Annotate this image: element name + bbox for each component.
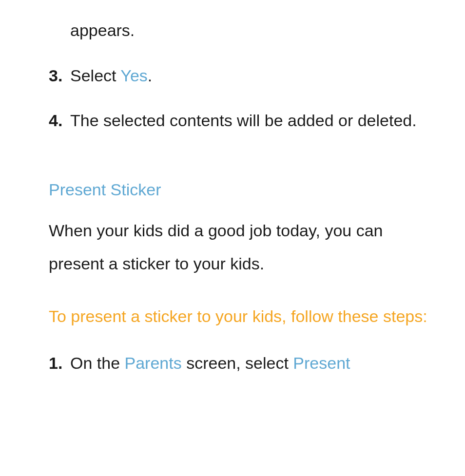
- instruction-lead: To present a sticker to your kids, follo…: [49, 300, 436, 333]
- step-text: The selected contents will be added or d…: [70, 105, 436, 136]
- ordered-step-3: 3. Select Yes.: [49, 60, 436, 92]
- step-number: 1.: [49, 347, 65, 379]
- step-text: Select Yes.: [70, 60, 436, 92]
- section-heading: Present Sticker: [49, 180, 436, 199]
- section-body: When your kids did a good job today, you…: [49, 214, 436, 280]
- step-number: 3.: [49, 60, 65, 92]
- text-prefix: Select: [70, 66, 120, 85]
- step-text: On the Parents screen, select Present: [70, 347, 436, 379]
- ordered-step-4: 4. The selected contents will be added o…: [49, 105, 436, 136]
- text-suffix: .: [148, 66, 152, 85]
- continuation-fragment: appears.: [70, 15, 436, 46]
- keyword-present: Present: [293, 354, 350, 372]
- text-mid: screen, select: [182, 354, 293, 372]
- step-number: 4.: [49, 105, 65, 136]
- fragment-text: appears.: [70, 21, 135, 39]
- document-content: appears. 3. Select Yes. 4. The selected …: [0, 0, 465, 379]
- keyword-parents: Parents: [125, 354, 182, 372]
- keyword-yes: Yes: [120, 66, 147, 85]
- text-prefix: On the: [70, 354, 125, 372]
- ordered-step-1: 1. On the Parents screen, select Present: [49, 347, 436, 379]
